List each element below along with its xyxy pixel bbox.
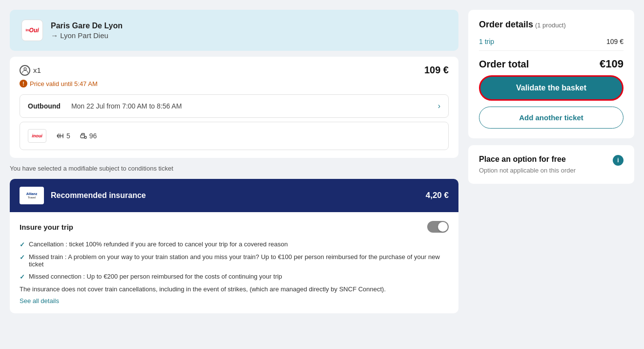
benefit-label-1: Cancellation : ticket 100% refunded if y… bbox=[29, 240, 288, 248]
check-icon-2: ✓ bbox=[20, 254, 25, 261]
insurance-body: Insure your trip ✓ Cancellation : ticket… bbox=[10, 212, 458, 313]
option-subtitle: Option not applicable on this order bbox=[479, 167, 576, 174]
train-seat-number: 96 bbox=[89, 132, 97, 140]
chevron-right-icon: › bbox=[438, 102, 440, 110]
train-header-card: in Oui Paris Gare De Lyon → Lyon Part Di… bbox=[10, 10, 458, 51]
arrival-station: → Lyon Part Dieu bbox=[51, 31, 123, 40]
outbound-row[interactable]: Outbound Mon 22 Jul from 7:00 AM to 8:56… bbox=[20, 94, 449, 118]
train-logo-small: inoui bbox=[28, 129, 46, 143]
svg-rect-1 bbox=[81, 135, 84, 138]
insure-trip-toggle[interactable] bbox=[427, 221, 449, 233]
option-header: Place an option for free Option not appl… bbox=[479, 155, 623, 174]
train-stops-count: 5 bbox=[66, 132, 70, 140]
order-details-row: 1 trip 109 € bbox=[479, 33, 623, 51]
order-total-label: Order total bbox=[479, 59, 529, 70]
insure-trip-row: Insure your trip bbox=[20, 221, 449, 233]
svg-point-0 bbox=[24, 68, 26, 70]
benefit-item-2: ✓ Missed train : A problem on your way t… bbox=[20, 253, 449, 268]
passenger-icon bbox=[20, 65, 30, 76]
product-count-badge: (1 product) bbox=[535, 22, 566, 29]
insurance-disclaimer: The insurance does not cover train cance… bbox=[20, 285, 449, 293]
ticket-price: 109 € bbox=[424, 65, 449, 76]
toggle-knob bbox=[438, 222, 448, 232]
benefit-label-2: Missed train : A problem on your way to … bbox=[29, 253, 449, 268]
insurance-price: 4,20 € bbox=[426, 191, 449, 200]
train-seat-feature: 96 bbox=[80, 132, 97, 140]
passenger-count: x1 bbox=[20, 65, 41, 76]
inoui-logo: in Oui bbox=[21, 20, 43, 41]
trip-label: 1 trip bbox=[479, 38, 494, 45]
left-column: in Oui Paris Gare De Lyon → Lyon Part Di… bbox=[10, 10, 458, 313]
insurance-title: Recommended insurance bbox=[51, 191, 146, 200]
right-column: Order details (1 product) 1 trip 109 € O… bbox=[468, 10, 634, 313]
train-stops-feature: 5 bbox=[56, 132, 70, 140]
outbound-time: Mon 22 Jul from 7:00 AM to 8:56 AM bbox=[71, 102, 182, 110]
train-details-row: inoui 5 96 bbox=[20, 122, 449, 150]
allianz-logo: Allianz Travel bbox=[20, 187, 44, 204]
option-title: Place an option for free bbox=[479, 155, 576, 164]
insurance-card: Allianz Travel Recommended insurance 4,2… bbox=[10, 179, 458, 313]
insurance-header: Allianz Travel Recommended insurance 4,2… bbox=[10, 179, 458, 212]
trip-price: 109 € bbox=[606, 38, 623, 45]
order-total-row: Order total €109 bbox=[479, 51, 623, 75]
svg-rect-2 bbox=[84, 136, 86, 138]
info-icon[interactable]: i bbox=[613, 155, 623, 166]
benefit-item-1: ✓ Cancellation : ticket 100% refunded if… bbox=[20, 240, 449, 248]
ticket-info-card: x1 109 € ! Price valid until 5:47 AM Out… bbox=[10, 57, 458, 158]
see-details-link[interactable]: See all details bbox=[20, 297, 59, 305]
train-route: Paris Gare De Lyon → Lyon Part Dieu bbox=[51, 22, 123, 40]
modifiable-notice: You have selected a modifiable subject t… bbox=[10, 164, 458, 173]
passenger-count-label: x1 bbox=[33, 66, 41, 74]
order-details-card: Order details (1 product) 1 trip 109 € O… bbox=[468, 10, 634, 138]
option-card: Place an option for free Option not appl… bbox=[468, 145, 634, 184]
price-valid-notice: ! Price valid until 5:47 AM bbox=[20, 80, 449, 87]
order-details-title: Order details bbox=[479, 20, 533, 29]
benefit-label-3: Missed connection : Up to €200 per perso… bbox=[29, 273, 282, 280]
check-icon-1: ✓ bbox=[20, 241, 25, 248]
warning-icon: ! bbox=[20, 80, 27, 87]
departure-station: Paris Gare De Lyon bbox=[51, 22, 123, 30]
check-icon-3: ✓ bbox=[20, 273, 25, 281]
add-ticket-button[interactable]: Add another ticket bbox=[479, 107, 623, 129]
ticket-top-row: x1 109 € bbox=[20, 65, 449, 76]
order-total-price: €109 bbox=[600, 58, 623, 70]
insure-trip-label: Insure your trip bbox=[20, 223, 73, 231]
outbound-label: Outbound bbox=[28, 102, 61, 110]
benefit-item-3: ✓ Missed connection : Up to €200 per per… bbox=[20, 273, 449, 281]
validate-basket-button[interactable]: Validate the basket bbox=[479, 75, 623, 101]
